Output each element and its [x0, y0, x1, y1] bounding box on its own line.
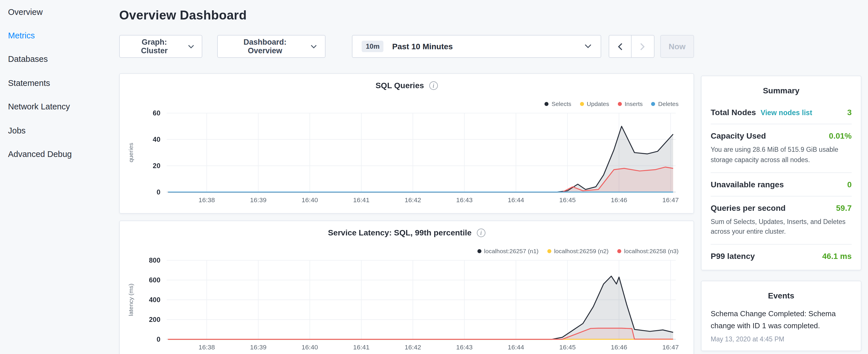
- chevron-down-icon: [311, 44, 317, 49]
- chevron-right-icon: [641, 43, 645, 50]
- app-root: Overview Metrics Databases Statements Ne…: [0, 0, 868, 354]
- svg-text:latency (ms): latency (ms): [127, 284, 134, 316]
- dashboard-label: Dashboard: Overview: [226, 38, 304, 55]
- svg-text:16:40: 16:40: [302, 196, 318, 204]
- svg-text:16:44: 16:44: [508, 196, 524, 204]
- summary-label: Unavailable ranges: [711, 180, 784, 189]
- time-step-buttons: [609, 35, 654, 58]
- event-item[interactable]: Schema Change Completed: Schema change w…: [711, 309, 852, 343]
- sidebar-item-metrics[interactable]: Metrics: [8, 24, 109, 47]
- event-text: Schema Change Completed: Schema change w…: [711, 309, 852, 332]
- svg-text:16:39: 16:39: [250, 344, 267, 351]
- summary-row-queries-per-second: Queries per second 59.7 Sum of Selects, …: [711, 196, 852, 244]
- summary-subtext: Sum of Selects, Updates, Inserts, and De…: [711, 217, 852, 237]
- svg-text:20: 20: [153, 162, 160, 169]
- svg-text:60: 60: [153, 109, 160, 117]
- graph-scope-label: Graph: Cluster: [128, 38, 181, 55]
- svg-text:0: 0: [156, 335, 160, 343]
- chart-panel-service-latency: Service Latency: SQL, 99th percentile i …: [119, 221, 694, 354]
- chart-panel-sql-queries: SQL Queries i SelectsUpdatesInsertsDelet…: [119, 73, 694, 214]
- sidebar-item-advanced-debug[interactable]: Advanced Debug: [8, 142, 109, 166]
- summary-row-total-nodes: Total Nodes View nodes list 3: [711, 101, 852, 124]
- chevron-left-icon: [618, 43, 622, 50]
- time-range-dropdown[interactable]: 10m Past 10 Minutes: [352, 35, 601, 58]
- svg-text:16:41: 16:41: [353, 344, 369, 351]
- page-title: Overview Dashboard: [119, 8, 694, 23]
- sql-queries-chart: 020406016:3816:3916:4016:4116:4216:4316:…: [120, 74, 693, 213]
- dashboard-dropdown[interactable]: Dashboard: Overview: [217, 35, 326, 58]
- svg-text:16:45: 16:45: [559, 344, 576, 351]
- sidebar: Overview Metrics Databases Statements Ne…: [0, 0, 109, 166]
- summary-value: 0.01%: [829, 131, 852, 140]
- summary-panel: Summary Total Nodes View nodes list 3 Ca…: [701, 75, 861, 271]
- summary-subtext: You are using 28.6 MiB of 515.9 GiB usab…: [711, 145, 852, 165]
- svg-text:16:43: 16:43: [456, 344, 472, 351]
- chevron-down-icon: [188, 44, 194, 49]
- sidebar-item-jobs[interactable]: Jobs: [8, 119, 109, 142]
- summary-label: Capacity Used: [711, 131, 766, 140]
- time-range-label: Past 10 Minutes: [392, 42, 453, 51]
- now-button[interactable]: Now: [660, 35, 694, 58]
- svg-text:16:46: 16:46: [611, 196, 627, 204]
- svg-text:16:39: 16:39: [250, 196, 267, 204]
- summary-value: 0: [847, 180, 852, 189]
- svg-text:queries: queries: [127, 143, 134, 162]
- events-panel: Events Schema Change Completed: Schema c…: [701, 281, 861, 351]
- events-title: Events: [711, 289, 852, 306]
- time-back-button[interactable]: [609, 35, 631, 58]
- sidebar-item-network-latency[interactable]: Network Latency: [8, 95, 109, 119]
- sidebar-item-statements[interactable]: Statements: [8, 71, 109, 95]
- time-forward-button[interactable]: [631, 35, 654, 58]
- svg-text:16:38: 16:38: [198, 196, 215, 204]
- svg-text:600: 600: [149, 276, 160, 284]
- svg-text:16:40: 16:40: [302, 344, 318, 351]
- svg-text:16:45: 16:45: [559, 196, 576, 204]
- svg-text:16:41: 16:41: [353, 196, 369, 204]
- svg-text:0: 0: [156, 188, 160, 196]
- svg-text:40: 40: [153, 135, 160, 143]
- summary-value: 59.7: [836, 203, 852, 212]
- summary-label: Total Nodes: [711, 108, 756, 117]
- summary-label: P99 latency: [711, 252, 755, 261]
- summary-row-unavailable-ranges: Unavailable ranges 0: [711, 172, 852, 196]
- summary-row-capacity-used: Capacity Used 0.01% You are using 28.6 M…: [711, 124, 852, 172]
- svg-text:200: 200: [149, 316, 160, 323]
- sidebar-item-databases[interactable]: Databases: [8, 47, 109, 71]
- event-timestamp: May 13, 2020 at 4:45 PM: [711, 336, 852, 343]
- service-latency-chart: 020040060080016:3816:3916:4016:4116:4216…: [120, 221, 693, 354]
- svg-text:16:46: 16:46: [611, 344, 627, 351]
- svg-text:16:47: 16:47: [662, 196, 679, 204]
- summary-title: Summary: [711, 84, 852, 101]
- summary-value: 3: [847, 108, 852, 117]
- summary-row-p99-latency: P99 latency 46.1 ms: [711, 244, 852, 268]
- svg-text:400: 400: [149, 296, 160, 303]
- graph-scope-dropdown[interactable]: Graph: Cluster: [119, 35, 203, 58]
- time-range-badge: 10m: [362, 41, 383, 52]
- main-content: Overview Dashboard Graph: Cluster Dashbo…: [119, 0, 694, 354]
- svg-text:16:42: 16:42: [405, 344, 421, 351]
- summary-value: 46.1 ms: [822, 252, 852, 261]
- svg-text:16:43: 16:43: [456, 196, 472, 204]
- view-nodes-list-link[interactable]: View nodes list: [761, 109, 812, 117]
- summary-label: Queries per second: [711, 203, 785, 212]
- page: Overview Metrics Databases Statements Ne…: [0, 0, 868, 354]
- right-sidebar: Summary Total Nodes View nodes list 3 Ca…: [701, 0, 861, 351]
- svg-text:16:42: 16:42: [405, 196, 421, 204]
- svg-text:16:38: 16:38: [198, 344, 215, 351]
- svg-text:16:47: 16:47: [662, 344, 679, 351]
- svg-text:16:44: 16:44: [508, 344, 524, 351]
- chevron-down-icon: [585, 44, 591, 49]
- controls-bar: Graph: Cluster Dashboard: Overview 10m P…: [119, 35, 694, 58]
- svg-text:800: 800: [149, 256, 160, 264]
- sidebar-item-overview[interactable]: Overview: [8, 0, 109, 24]
